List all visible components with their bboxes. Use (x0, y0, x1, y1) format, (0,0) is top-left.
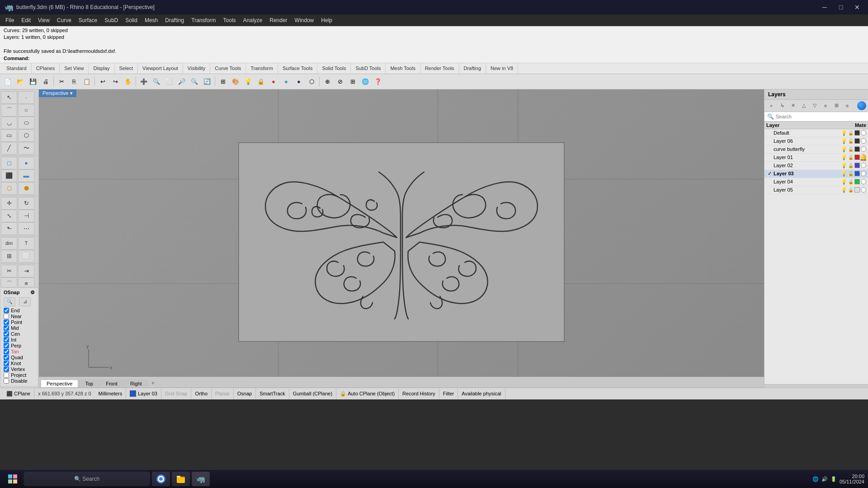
layer-lock-06[interactable]: 🔓 (848, 139, 854, 144)
vp-tab-add[interactable]: + (149, 379, 158, 387)
tb-print[interactable]: 🖨 (40, 75, 52, 87)
tb-help[interactable]: ❓ (372, 75, 384, 87)
tb-gumball[interactable]: ⊕ (321, 75, 333, 87)
lt-poly[interactable]: ⬡ (18, 129, 34, 142)
sb-filter[interactable]: Filter (439, 388, 458, 399)
viewport-dropdown-button[interactable]: Perspective ▾ (39, 89, 76, 97)
layer-bulb-05[interactable]: 💡 (841, 187, 847, 193)
layer-mat-cb[interactable] (861, 146, 866, 152)
lt-circle[interactable]: ○ (18, 104, 34, 117)
layer-row-05[interactable]: Layer 05 💡 🔓 (764, 186, 868, 194)
osnap-settings-icon[interactable]: ⚙ (30, 290, 35, 296)
lt-dim[interactable]: dim (1, 237, 17, 250)
tab-visibility[interactable]: Visibility (183, 63, 211, 74)
lt-subd[interactable]: ⬡ (1, 182, 17, 195)
lt-ellipse[interactable]: ⬭ (18, 117, 34, 129)
tb-grid[interactable]: ⊞ (347, 75, 359, 87)
lt-box[interactable]: ⬛ (1, 169, 17, 182)
lt-point[interactable]: · (18, 91, 34, 104)
vp-tab-top[interactable]: Top (79, 380, 99, 387)
tb-new[interactable]: 📄 (2, 75, 14, 87)
lt-curve1[interactable]: ⌒ (1, 104, 17, 117)
osnap-perp-cb[interactable] (4, 343, 9, 348)
sb-cplane[interactable]: ⬛ CPlane (3, 388, 34, 399)
sb-ortho[interactable]: Ortho (191, 388, 212, 399)
tb-web[interactable]: 🌐 (359, 75, 371, 87)
lt-extend[interactable]: ⇥ (18, 265, 34, 277)
layer-mat-05[interactable] (861, 187, 866, 192)
layers-filter[interactable]: ≡ (821, 101, 830, 111)
tb-snap[interactable]: ⊘ (334, 75, 346, 87)
sb-avail-phys[interactable]: Available physical (458, 388, 505, 399)
layer-row-04[interactable]: Layer 04 💡 🔓 (764, 178, 868, 186)
osnap-vertex-cb[interactable] (4, 366, 9, 372)
lt-scale[interactable]: ⤡ (1, 210, 17, 222)
taskbar-browser[interactable] (152, 472, 170, 486)
lt-copy-tool[interactable]: ⬑ (1, 222, 17, 235)
tab-new-v8[interactable]: New in V8 (486, 63, 518, 74)
layer-color-02[interactable] (854, 163, 860, 168)
tab-transform[interactable]: Transform (246, 63, 278, 74)
layer-bulb-02[interactable]: 💡 (841, 163, 847, 169)
tb-display-mode[interactable]: ⬡ (306, 75, 317, 87)
tab-standard[interactable]: Standard (2, 63, 32, 74)
layers-ball-icon[interactable] (857, 101, 866, 110)
osnap-end-cb[interactable] (4, 308, 9, 313)
tb-zoom-window[interactable]: ⬜ (163, 75, 175, 87)
lt-select[interactable]: ↖ (1, 91, 17, 104)
lt-mirror[interactable]: ⊣ (18, 210, 34, 222)
tab-render-tools[interactable]: Render Tools (420, 63, 459, 74)
layer-lock-cb[interactable]: 🔓 (848, 147, 854, 152)
osnap-point-cb[interactable] (4, 319, 9, 325)
layers-grid-view[interactable]: ⊞ (831, 101, 841, 111)
taskbar-files[interactable] (172, 472, 190, 486)
lt-sphere[interactable]: ● (18, 157, 34, 169)
menu-help[interactable]: Help (317, 14, 336, 26)
viewport-canvas[interactable]: y x (39, 89, 764, 388)
layers-move-up[interactable]: △ (799, 101, 809, 111)
layer-row-01[interactable]: Layer 01 💡 🔓 (764, 154, 868, 162)
vp-tab-perspective[interactable]: Perspective (41, 380, 78, 387)
lt-array[interactable]: ⋯ (18, 222, 34, 235)
layer-bulb-01[interactable]: 💡 (841, 155, 847, 160)
lt-hatch[interactable]: ⊞ (1, 250, 17, 263)
sb-gumball[interactable]: Gumball (CPlane) (289, 388, 336, 399)
sb-layer[interactable]: Layer 03 (126, 388, 161, 399)
close-button[interactable]: ✕ (851, 2, 863, 12)
layers-add[interactable]: + (766, 101, 776, 111)
layers-search-input[interactable] (776, 114, 865, 119)
tb-undo[interactable]: ↩ (97, 75, 108, 87)
vp-tab-right[interactable]: Right (124, 380, 148, 387)
tb-lock[interactable]: 🔒 (255, 75, 267, 87)
tb-render-sphere[interactable]: ● (293, 75, 305, 87)
viewport-area[interactable]: Perspective ▾ (39, 89, 764, 388)
layer-bulb-03[interactable]: 💡 (841, 171, 847, 177)
menu-tools[interactable]: Tools (220, 14, 240, 26)
lt-surface[interactable]: ◻ (1, 157, 17, 169)
menu-surface[interactable]: Surface (75, 14, 101, 26)
lt-line[interactable]: ╱ (1, 142, 17, 155)
layer-color-06[interactable] (854, 138, 860, 144)
layers-scrollbar[interactable] (764, 384, 868, 388)
layer-row-curve-butterfly[interactable]: curve butterfly 💡 🔓 (764, 145, 868, 154)
tb-rotate[interactable]: 🔄 (201, 75, 213, 87)
minimize-button[interactable]: ─ (818, 2, 831, 12)
layer-lock-03[interactable]: 🔓 (848, 171, 854, 176)
layer-mat-06[interactable] (861, 138, 866, 144)
menu-file[interactable]: File (2, 14, 18, 26)
tab-surface-tools[interactable]: Surface Tools (278, 63, 317, 74)
tb-view-shade[interactable]: 🎨 (230, 75, 241, 87)
layers-delete[interactable]: ✕ (788, 101, 798, 111)
tb-zoom-out[interactable]: 🔍 (189, 75, 200, 87)
osnap-filter-icon[interactable]: ⊿ (19, 297, 31, 306)
menu-render[interactable]: Render (266, 14, 291, 26)
layer-lock-default[interactable]: 🔓 (848, 131, 854, 136)
layers-add-sublayer[interactable]: ↳ (777, 101, 787, 111)
layer-lock-05[interactable]: 🔓 (848, 188, 854, 192)
osnap-quad-cb[interactable] (4, 355, 9, 360)
tb-open[interactable]: 📂 (14, 75, 26, 87)
tb-light[interactable]: 💡 (242, 75, 254, 87)
layer-mat-02[interactable] (861, 163, 866, 168)
sb-record-history[interactable]: Record History (399, 388, 439, 399)
menu-drafting[interactable]: Drafting (161, 14, 188, 26)
